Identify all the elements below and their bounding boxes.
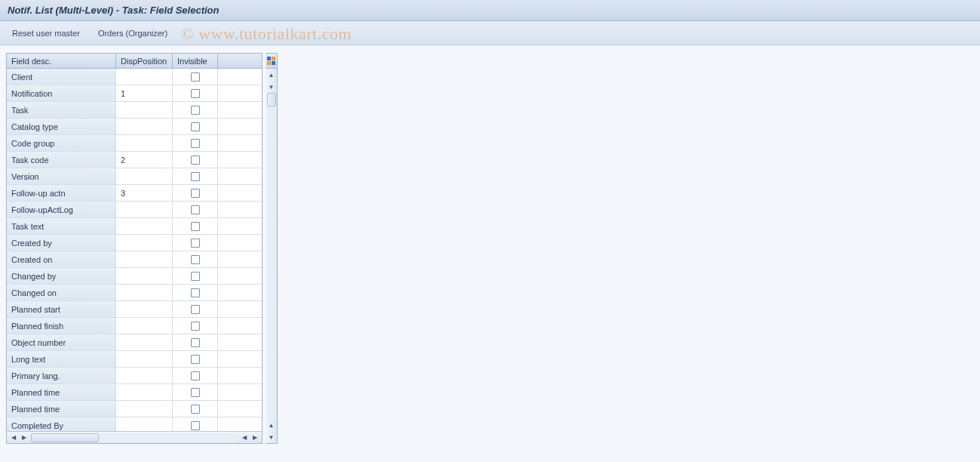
table-row[interactable]: Changed by (7, 268, 262, 285)
disp-position-cell[interactable] (116, 168, 173, 185)
vscroll-thumb[interactable] (267, 93, 276, 106)
invisible-cell[interactable] (173, 251, 218, 268)
invisible-checkbox[interactable] (191, 322, 200, 331)
invisible-checkbox[interactable] (191, 172, 200, 181)
invisible-cell[interactable] (173, 351, 218, 368)
hscroll-track[interactable] (31, 433, 238, 442)
invisible-cell[interactable] (173, 285, 218, 301)
invisible-checkbox[interactable] (191, 189, 200, 198)
table-row[interactable]: Planned start (7, 301, 262, 318)
invisible-checkbox[interactable] (191, 122, 200, 131)
disp-position-cell[interactable] (116, 384, 173, 401)
table-row[interactable]: Created on (7, 251, 262, 268)
invisible-checkbox[interactable] (191, 72, 200, 82)
invisible-cell[interactable] (173, 185, 218, 202)
invisible-checkbox[interactable] (191, 106, 200, 115)
invisible-cell[interactable] (173, 384, 218, 401)
scroll-up-arrow-icon[interactable]: ▲ (266, 69, 277, 80)
vertical-scrollbar[interactable]: ▲ ▼ ▲ ▼ (266, 53, 278, 444)
scroll-up-end-arrow-icon[interactable]: ▲ (266, 420, 277, 430)
invisible-cell[interactable] (173, 268, 218, 285)
disp-position-cell[interactable] (116, 119, 173, 135)
table-row[interactable]: Catalog type (7, 119, 262, 135)
scroll-down-end-arrow-icon[interactable]: ▼ (266, 432, 277, 442)
disp-position-cell[interactable] (116, 368, 173, 384)
reset-user-master-button[interactable]: Reset user master (8, 26, 84, 41)
table-row[interactable]: Follow-up actn3 (7, 185, 262, 202)
disp-position-cell[interactable] (116, 285, 173, 301)
invisible-cell[interactable] (173, 85, 218, 102)
table-row[interactable]: Long text (7, 351, 262, 368)
disp-position-cell[interactable]: 3 (116, 185, 173, 202)
invisible-checkbox[interactable] (191, 255, 200, 264)
table-row[interactable]: Code group (7, 135, 262, 152)
invisible-cell[interactable] (173, 334, 218, 351)
invisible-cell[interactable] (173, 69, 218, 85)
orders-organizer-button[interactable]: Orders (Organizer) (94, 26, 172, 41)
column-header-invisible[interactable]: Invisible (173, 54, 218, 68)
invisible-checkbox[interactable] (191, 205, 200, 214)
invisible-cell[interactable] (173, 417, 218, 431)
disp-position-cell[interactable] (116, 351, 173, 368)
disp-position-cell[interactable] (116, 268, 173, 285)
invisible-checkbox[interactable] (191, 288, 200, 297)
disp-position-cell[interactable] (116, 334, 173, 351)
disp-position-cell[interactable] (116, 301, 173, 318)
table-row[interactable]: Task code2 (7, 152, 262, 168)
table-row[interactable]: Object number (7, 334, 262, 351)
disp-position-cell[interactable] (116, 401, 173, 417)
invisible-checkbox[interactable] (191, 139, 200, 148)
table-row[interactable]: Notification1 (7, 85, 262, 102)
invisible-checkbox[interactable] (191, 272, 200, 281)
invisible-checkbox[interactable] (191, 239, 200, 248)
hscroll-thumb[interactable] (31, 433, 99, 442)
scroll-left-end-arrow-icon[interactable]: ◀ (239, 433, 250, 442)
invisible-cell[interactable] (173, 152, 218, 168)
invisible-checkbox[interactable] (191, 156, 200, 165)
invisible-cell[interactable] (173, 368, 218, 384)
invisible-checkbox[interactable] (191, 222, 200, 231)
table-row[interactable]: Completed By (7, 417, 262, 431)
disp-position-cell[interactable] (116, 102, 173, 119)
disp-position-cell[interactable]: 1 (116, 85, 173, 102)
table-row[interactable]: Task text (7, 218, 262, 235)
table-row[interactable]: Planned finish (7, 318, 262, 334)
disp-position-cell[interactable] (116, 135, 173, 152)
invisible-cell[interactable] (173, 102, 218, 119)
disp-position-cell[interactable]: 2 (116, 152, 173, 168)
invisible-cell[interactable] (173, 301, 218, 318)
invisible-checkbox[interactable] (191, 421, 200, 430)
table-config-button[interactable] (266, 54, 277, 69)
table-row[interactable]: Created by (7, 235, 262, 251)
scroll-down-arrow-icon[interactable]: ▼ (266, 82, 277, 92)
column-header-field-desc[interactable]: Field desc. (7, 54, 116, 68)
invisible-cell[interactable] (173, 168, 218, 185)
column-header-disp-position[interactable]: DispPosition (116, 54, 173, 68)
invisible-checkbox[interactable] (191, 355, 200, 364)
invisible-checkbox[interactable] (191, 338, 200, 347)
table-row[interactable]: Planned time (7, 401, 262, 417)
invisible-checkbox[interactable] (191, 305, 200, 314)
invisible-cell[interactable] (173, 119, 218, 135)
invisible-checkbox[interactable] (191, 388, 200, 397)
invisible-checkbox[interactable] (191, 89, 200, 98)
invisible-checkbox[interactable] (191, 371, 200, 380)
disp-position-cell[interactable] (116, 235, 173, 251)
invisible-cell[interactable] (173, 218, 218, 235)
table-row[interactable]: Task (7, 102, 262, 119)
invisible-checkbox[interactable] (191, 405, 200, 414)
disp-position-cell[interactable] (116, 318, 173, 334)
table-row[interactable]: Client (7, 69, 262, 85)
disp-position-cell[interactable] (116, 202, 173, 218)
table-row[interactable]: Planned time (7, 384, 262, 401)
invisible-cell[interactable] (173, 401, 218, 417)
disp-position-cell[interactable] (116, 417, 173, 431)
table-row[interactable]: Primary lang. (7, 368, 262, 384)
disp-position-cell[interactable] (116, 218, 173, 235)
invisible-cell[interactable] (173, 318, 218, 334)
invisible-cell[interactable] (173, 202, 218, 218)
vscroll-track[interactable] (267, 93, 276, 419)
disp-position-cell[interactable] (116, 69, 173, 85)
invisible-cell[interactable] (173, 235, 218, 251)
table-row[interactable]: Changed on (7, 285, 262, 301)
